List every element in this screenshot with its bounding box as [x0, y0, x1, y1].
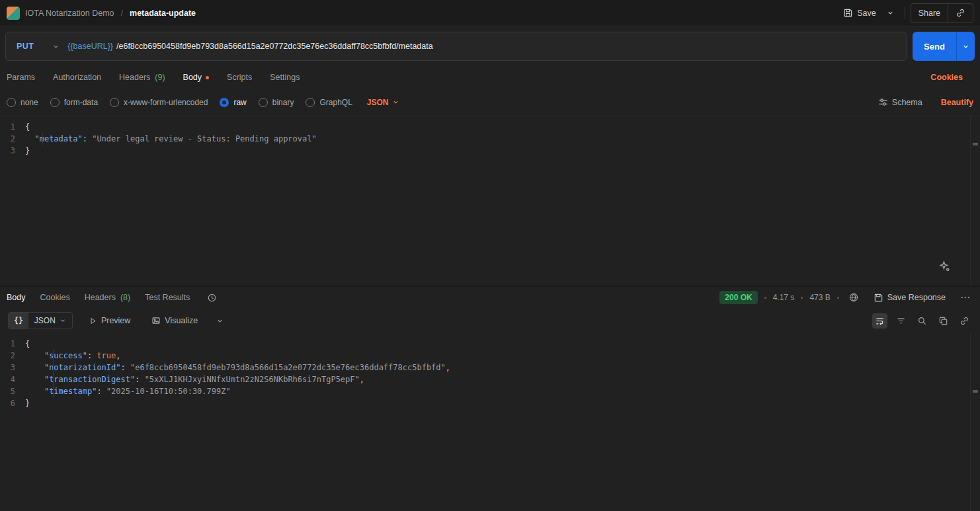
send-options-chevron[interactable]	[956, 32, 975, 61]
viewer-options-chevron[interactable]	[214, 315, 226, 327]
scrollbar-thumb[interactable]	[973, 390, 978, 393]
request-tabs: Params Authorization Headers (9) Body Sc…	[0, 66, 980, 89]
dot-separator	[764, 297, 766, 299]
divider	[905, 7, 905, 19]
tab-label: Test Results	[145, 293, 190, 302]
response-tab-body[interactable]: Body	[7, 293, 26, 302]
radio-label: x-www-form-urlencoded	[124, 98, 208, 107]
body-type-none[interactable]: none	[7, 98, 38, 107]
method-select[interactable]: PUT	[6, 42, 67, 51]
tab-params[interactable]: Params	[7, 73, 35, 82]
tab-settings[interactable]: Settings	[270, 73, 300, 82]
body-type-row: none form-data x-www-form-urlencoded raw…	[0, 89, 980, 116]
chevron-down-icon	[392, 98, 399, 106]
search-button[interactable]	[915, 313, 930, 329]
tab-label: Headers	[85, 293, 116, 302]
send-button[interactable]: Send	[913, 32, 956, 61]
tab-label: Body	[7, 293, 26, 302]
postbot-icon[interactable]	[938, 260, 951, 275]
save-response-button[interactable]: Save Response	[868, 289, 951, 307]
tab-label: Params	[7, 73, 35, 82]
link-icon	[960, 316, 969, 326]
method-label: PUT	[17, 42, 34, 51]
body-type-x-www-form-urlencoded[interactable]: x-www-form-urlencoded	[110, 98, 208, 107]
request-editor-scrollbar[interactable]	[970, 116, 980, 286]
wrap-text-button[interactable]	[872, 313, 887, 329]
request-body-editor[interactable]: 1{2 "metadata": "Under legal review - St…	[0, 116, 980, 287]
copy-icon	[938, 316, 948, 326]
more-options-button[interactable]: ⋯	[958, 292, 973, 303]
breadcrumb-request-name[interactable]: metadata-update	[130, 9, 196, 18]
code-line: 5 "timestamp": "2025-10-16T10:50:30.799Z…	[0, 385, 980, 397]
save-button[interactable]: Save	[838, 4, 881, 22]
response-tab-headers[interactable]: Headers (8)	[85, 293, 131, 302]
code-line: 1{	[0, 338, 980, 350]
radio-label: none	[20, 98, 38, 107]
visualize-label: Visualize	[165, 316, 198, 325]
body-type-binary[interactable]: binary	[259, 98, 294, 107]
history-clock-icon	[207, 293, 217, 303]
response-body-viewer[interactable]: 1{2 "success": true,3 "notarizationId": …	[0, 333, 980, 511]
tab-scripts[interactable]: Scripts	[227, 73, 252, 82]
indent-guide	[42, 133, 43, 145]
chevron-down-icon	[216, 317, 224, 325]
tab-label: Cookies	[40, 293, 70, 302]
dot-separator	[801, 297, 803, 299]
response-editor-scrollbar[interactable]	[970, 333, 980, 511]
visualize-image-icon	[151, 316, 161, 325]
copy-response-link-button[interactable]	[957, 313, 972, 329]
request-url-row: PUT {{baseURL}} /e6f8ccb6950458fd9eb793d…	[0, 26, 980, 66]
tab-headers[interactable]: Headers (9)	[119, 73, 165, 82]
cookies-link[interactable]: Cookies	[930, 73, 973, 82]
network-info-button[interactable]	[846, 290, 862, 305]
radio-icon	[306, 98, 315, 107]
beautify-link[interactable]: Beautify	[941, 98, 973, 107]
filter-button[interactable]	[893, 313, 909, 329]
save-options-chevron[interactable]	[881, 5, 899, 20]
copy-button[interactable]	[936, 313, 951, 329]
link-icon	[956, 8, 965, 18]
code-line: 6}	[0, 397, 980, 409]
radio-label: GraphQL	[319, 98, 352, 107]
url-input[interactable]: {{baseURL}} /e6f8ccb6950458fd9eb793d8a56…	[67, 42, 907, 51]
request-body-code: 1{2 "metadata": "Under legal review - St…	[0, 121, 980, 157]
visualize-button[interactable]: Visualize	[146, 312, 203, 329]
preview-button[interactable]: Preview	[83, 312, 136, 329]
tab-authorization[interactable]: Authorization	[53, 73, 101, 82]
url-path: /e6f8ccb6950458fd9eb793d8a566d15a2e0772d…	[116, 42, 433, 51]
url-variable: {{baseURL}}	[67, 42, 113, 51]
response-headers-count: (8)	[120, 293, 130, 302]
dot-separator	[837, 297, 839, 299]
breadcrumb-workspace[interactable]: IOTA Notarization Demo	[25, 9, 114, 18]
scrollbar-thumb[interactable]	[973, 143, 978, 145]
response-history-button[interactable]	[204, 290, 220, 305]
schema-button[interactable]: Schema	[873, 93, 928, 111]
response-tab-test-results[interactable]: Test Results	[145, 293, 190, 302]
workspace-logo[interactable]	[7, 7, 20, 20]
share-button[interactable]: Share	[911, 5, 948, 21]
code-line: 2 "metadata": "Under legal review - Stat…	[0, 133, 980, 145]
radio-label: binary	[272, 98, 294, 107]
response-body-code: 1{2 "success": true,3 "notarizationId": …	[0, 338, 980, 409]
copy-link-button[interactable]	[948, 5, 973, 21]
filter-icon	[896, 316, 906, 326]
save-response-label: Save Response	[887, 293, 946, 302]
radio-icon	[110, 98, 119, 107]
topbar-actions: Save Share	[838, 3, 973, 23]
response-format-select[interactable]: {} JSON	[8, 312, 73, 329]
body-type-graphql[interactable]: GraphQL	[306, 98, 352, 107]
code-line: 4 "transactionDigest": "5xXLJ1KHJxyiNNfx…	[0, 373, 980, 385]
tab-body[interactable]: Body	[183, 73, 210, 82]
tab-label: Headers	[119, 73, 150, 82]
body-type-form-data[interactable]: form-data	[50, 98, 98, 107]
language-label: JSON	[367, 98, 389, 107]
format-label: JSON	[34, 316, 56, 325]
body-modified-dot	[206, 76, 209, 79]
code-line: 3}	[0, 145, 980, 157]
ellipsis-icon: ⋯	[960, 294, 971, 301]
play-icon	[89, 317, 97, 325]
body-language-select[interactable]: JSON	[367, 98, 399, 107]
body-type-raw[interactable]: raw	[220, 98, 246, 107]
share-group: Share	[911, 3, 973, 23]
response-tab-cookies[interactable]: Cookies	[40, 293, 70, 302]
